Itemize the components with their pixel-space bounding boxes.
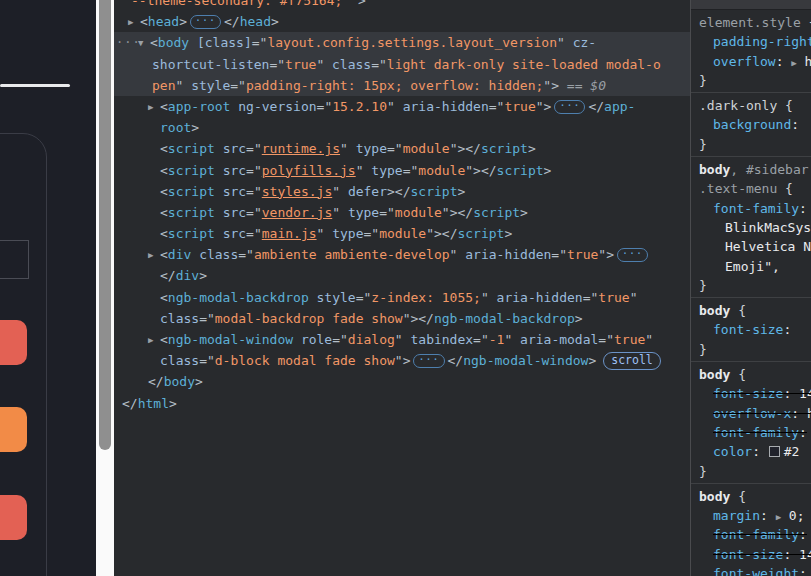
css-selector[interactable]: .dark-only { [691,96,811,115]
expand-arrow-icon[interactable]: ▶ [148,97,153,118]
dom-tree-node[interactable]: ···▼<body [class]="layout.config.setting… [114,32,690,53]
dom-tree-node[interactable]: <script src="vendor.js" type="module"></… [114,202,690,223]
pill-orange[interactable] [0,407,27,452]
expand-arrow-icon[interactable]: ▶ [148,330,153,351]
css-selector[interactable]: body { [691,301,811,320]
code-text: color [713,444,752,459]
code-text: "> [598,247,614,262]
expand-ellipsis-badge[interactable]: ··· [413,354,444,368]
expand-ellipsis-badge[interactable]: ··· [617,248,648,262]
code-text: " [557,35,573,50]
css-declaration[interactable]: padding-right: 15px; [691,32,811,51]
code-text: class [332,57,371,72]
css-declaration[interactable]: margin: ▶ 0; [691,506,811,525]
code-text: " [332,184,348,199]
css-selector[interactable]: } [691,71,811,90]
page-outlined-box[interactable] [0,240,29,279]
code-text: script [168,205,215,220]
code-text: ngb-modal-backdrop [168,290,309,305]
dom-tree-node[interactable]: pen" style="padding-right: 15px; overflo… [114,75,690,96]
dom-tree-node[interactable]: </html> [114,393,690,414]
code-text: pen [152,78,175,93]
scroll-badge[interactable]: scroll [603,352,661,370]
css-declaration[interactable]: Helvetica Neue [691,237,811,256]
code-text: module [395,205,442,220]
expand-arrow-icon[interactable]: ▶ [148,245,153,266]
code-text: true [285,57,316,72]
css-declaration[interactable]: background: [691,115,811,134]
css-declaration[interactable]: Emoji", [691,257,811,276]
css-declaration[interactable]: color: #2 [691,442,811,461]
dom-tree-node[interactable]: </body> [114,371,690,392]
pill-red-2[interactable] [0,495,27,540]
dom-tree-node[interactable]: </div> [114,265,690,286]
collapse-arrow-icon[interactable]: ▼ [138,33,143,54]
dom-tree-node[interactable]: ▶<app-root ng-version="15.2.10" aria-hid… [114,96,690,117]
code-text: aria-hidden [465,247,551,262]
css-selector[interactable]: body { [691,365,811,384]
expand-arrow-icon[interactable]: ▶ [128,12,133,33]
code-text: ngb-modal-window [463,353,588,368]
code-text [215,163,223,178]
css-text: font-size: 14px; [713,386,811,401]
css-declaration[interactable]: font-family: [691,525,811,544]
dom-tree-node[interactable]: ▶<div class="ambiente ambiente-develop" … [114,244,690,265]
code-text: vendor.js [262,205,332,220]
code-text: [class] [197,35,252,50]
code-text: script [473,205,520,220]
css-declaration[interactable]: font-size: 14px; [691,384,811,403]
dom-tree-node[interactable]: <ngb-modal-backdrop style="z-index: 1055… [114,287,690,308]
css-rule: element.style {padding-right: 15px;overf… [691,10,811,93]
code-text: < [160,290,168,305]
css-declaration[interactable]: font-weight: [691,564,811,576]
dom-tree-node[interactable]: <script src="runtime.js" type="module"><… [114,138,690,159]
css-declaration[interactable]: font-family: [691,199,811,218]
css-selector[interactable]: } [691,276,811,295]
css-selector[interactable]: body, #sidebar [691,160,811,179]
pill-red-1[interactable] [0,320,27,365]
code-text: tabindex [410,332,473,347]
code-text: =" [252,35,268,50]
code-text: script [497,163,544,178]
css-text: body, #sidebar [699,162,809,177]
code-text [293,332,301,347]
code-text: font-size [713,547,783,562]
code-text: src [223,184,246,199]
code-text: > [191,120,199,135]
code-text: "></ [442,205,473,220]
dom-tree-node[interactable]: ▶<ngb-modal-window role="dialog" tabinde… [114,329,690,350]
dom-tree-node[interactable]: <script src="polyfills.js" type="module"… [114,160,690,181]
code-text: modal-backdrop fade show [215,311,403,326]
node-markup: <script src="runtime.js" type="module"><… [114,141,536,156]
page-scrollbar-thumb[interactable] [99,0,111,450]
dom-tree-node[interactable]: class="d-block modal fade show">···</ngb… [114,350,690,371]
css-text: } [699,73,707,88]
css-declaration[interactable]: overflow: ▶ hidden; [691,52,811,71]
css-declaration[interactable]: BlinkMacSystemFont [691,218,811,237]
css-declaration[interactable]: font-size: [691,320,811,339]
css-selector[interactable]: body { [691,487,811,506]
dom-tree-node[interactable]: --theme-secondary: #f75164;" > [114,0,690,11]
dom-tree-node[interactable]: shortcut-listen="true" class="light dark… [114,54,690,75]
dom-tree-node[interactable]: ▶<head>···</head> [114,11,690,32]
css-selector[interactable]: } [691,135,811,154]
dom-tree-node[interactable]: <script src="styles.js" defer></script> [114,181,690,202]
node-overflow-icon[interactable]: ··· [116,32,141,53]
css-declaration[interactable]: overflow-x: hidden; [691,404,811,423]
node-markup: <ngb-modal-backdrop style="z-index: 1055… [114,290,637,305]
css-selector[interactable]: element.style { [691,13,811,32]
css-declaration[interactable]: font-size: 14px; [691,545,811,564]
css-selector[interactable]: .text-menu { [691,179,811,198]
dom-tree-node[interactable]: class="modal-backdrop fade show"></ngb-m… [114,308,690,329]
code-text: " [450,247,466,262]
css-selector[interactable]: } [691,340,811,359]
color-swatch[interactable] [769,446,780,457]
css-selector[interactable]: } [691,462,811,481]
css-declaration[interactable]: font-family: [691,423,811,442]
code-text: " [504,332,520,347]
page-scrollbar[interactable] [96,0,114,576]
expand-ellipsis-badge[interactable]: ··· [190,15,221,29]
dom-tree-node[interactable]: root> [114,117,690,138]
dom-tree-node[interactable]: <script src="main.js" type="module"></sc… [114,223,690,244]
expand-ellipsis-badge[interactable]: ··· [554,100,585,114]
